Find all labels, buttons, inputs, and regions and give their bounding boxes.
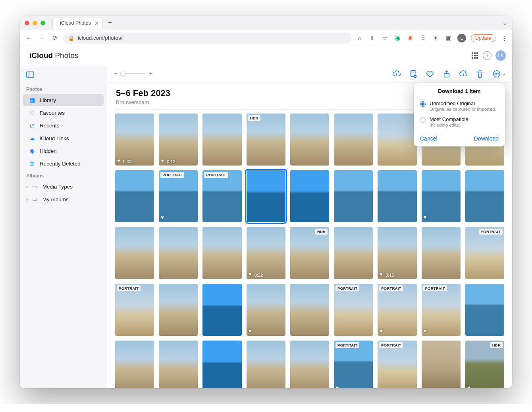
photo-thumbnail[interactable]: ♥0:15 <box>378 227 416 279</box>
photo-thumbnail[interactable]: PORTRAIT <box>465 227 504 279</box>
heart-icon: ♥ <box>161 214 164 220</box>
photo-thumbnail[interactable]: ♥ <box>247 284 285 336</box>
photo-thumbnail[interactable]: HDR <box>247 114 285 166</box>
search-icon[interactable]: ⌕ <box>356 34 364 42</box>
photo-thumbnail[interactable]: PORTRAIT <box>202 170 241 222</box>
photo-thumbnail[interactable]: ♥0:12 <box>159 114 198 166</box>
photo-thumbnail[interactable] <box>422 227 461 279</box>
photo-thumbnail[interactable] <box>334 227 373 279</box>
star-icon[interactable]: ☆ <box>381 34 389 42</box>
update-button[interactable]: Update <box>471 34 495 42</box>
share-icon[interactable]: ⇧ <box>368 34 376 42</box>
photo-thumbnail[interactable] <box>202 227 241 279</box>
photo-thumbnail[interactable]: PORTRAIT <box>378 341 416 388</box>
photo-thumbnail[interactable] <box>422 341 461 388</box>
photo-thumbnail[interactable] <box>334 114 373 166</box>
photo-thumbnail[interactable]: PORTRAIT♥ <box>378 284 416 336</box>
photo-thumbnail[interactable]: HDR <box>290 227 329 279</box>
photo-thumbnail[interactable] <box>115 170 154 222</box>
profile-avatar[interactable]: L <box>457 34 466 42</box>
photo-thumbnail[interactable] <box>378 114 416 166</box>
extension-icon[interactable]: ✺ <box>407 34 414 42</box>
share-icon[interactable] <box>442 69 451 78</box>
sidebar-item-media-types[interactable]: ▭ Media Types <box>23 181 104 193</box>
user-avatar[interactable]: LB <box>495 50 506 61</box>
sidebar-item-my-albums[interactable]: ▭ My Albums <box>23 193 104 205</box>
sidebar-toggle-icon[interactable] <box>24 69 37 80</box>
translate-icon[interactable]: ⠿ <box>419 34 427 42</box>
sidebar-item-library[interactable]: ▦ Library <box>23 94 104 106</box>
photo-thumbnail[interactable] <box>290 341 329 388</box>
photo-thumbnail[interactable] <box>465 170 504 222</box>
sidebar-item-recently-deleted[interactable]: 🗑 Recently Deleted <box>23 158 104 169</box>
more-menu[interactable]: ⌄ <box>492 69 506 78</box>
photo-thumbnail[interactable] <box>202 114 241 166</box>
browser-tab[interactable]: iCloud Photos ✕ <box>52 17 102 29</box>
fullscreen-window-button[interactable] <box>40 21 45 25</box>
minimize-window-button[interactable] <box>33 21 37 25</box>
browser-toolbar: ← → ⟳ 🔒 icloud.com/photos/ ⌕ ⇧ ☆ ◉ ✺ ⠿ ✦… <box>20 30 512 46</box>
heart-icon: ♥ <box>424 214 427 220</box>
photo-thumbnail[interactable]: PORTRAIT <box>115 284 154 336</box>
favourite-icon[interactable] <box>426 69 434 78</box>
download-button[interactable]: Download <box>474 135 499 142</box>
slider-knob[interactable] <box>120 71 126 76</box>
photo-thumbnail[interactable]: PORTRAIT♥ <box>334 341 373 388</box>
photo-thumbnail[interactable]: PORTRAIT♥ <box>422 284 461 336</box>
photo-thumbnail[interactable]: ♥ <box>422 170 461 222</box>
photo-thumbnail[interactable] <box>378 170 416 222</box>
download-popover: Download 1 Item Unmodified Original Orig… <box>414 83 505 146</box>
download-cloud-icon[interactable] <box>459 69 468 78</box>
photo-thumbnail[interactable] <box>290 284 329 336</box>
sidebar-item-favourites[interactable]: ♡ Favourites <box>23 107 104 119</box>
address-bar[interactable]: 🔒 icloud.com/photos/ <box>63 33 352 44</box>
forward-button[interactable]: → <box>37 33 47 43</box>
photo-thumbnail[interactable] <box>202 284 241 336</box>
photo-thumbnail[interactable] <box>290 114 329 166</box>
sidepanel-icon[interactable]: ▣ <box>445 34 453 42</box>
option-unmodified-original[interactable]: Unmodified Original Original as captured… <box>414 98 505 114</box>
add-to-album-icon[interactable] <box>409 69 418 78</box>
zoom-out-icon[interactable]: − <box>114 70 117 77</box>
slider-track[interactable] <box>120 73 146 74</box>
extension-icon[interactable]: ◉ <box>394 34 402 42</box>
photo-thumbnail[interactable] <box>247 341 285 388</box>
extensions-icon[interactable]: ✦ <box>432 34 440 42</box>
photo-thumbnail[interactable]: ♥0:22 <box>247 227 285 279</box>
photo-thumbnail[interactable] <box>247 170 285 222</box>
photo-thumbnail[interactable] <box>159 227 198 279</box>
reload-button[interactable]: ⟳ <box>51 33 59 43</box>
photo-thumbnail[interactable]: PORTRAIT <box>334 284 373 336</box>
upload-cloud-icon[interactable] <box>392 69 401 78</box>
photo-thumbnail[interactable] <box>159 284 198 336</box>
photo-thumbnail[interactable]: PORTRAIT♥ <box>159 170 198 222</box>
option-most-compatible[interactable]: Most Compatible Including edits. <box>414 114 505 130</box>
heart-icon: ♥ <box>161 158 164 164</box>
photo-thumbnail[interactable] <box>115 227 154 279</box>
trash-icon[interactable] <box>476 69 484 78</box>
add-button[interactable]: + <box>483 51 492 60</box>
photo-thumbnail[interactable] <box>465 284 504 336</box>
app-launcher-icon[interactable] <box>471 52 479 60</box>
photo-thumbnail[interactable]: HDR♥ <box>465 341 504 388</box>
app-brand[interactable]: iCloud Photos <box>26 51 79 60</box>
cancel-button[interactable]: Cancel <box>420 135 438 142</box>
new-tab-button[interactable]: + <box>106 19 115 27</box>
heart-icon: ♥ <box>424 328 427 334</box>
photo-thumbnail[interactable] <box>115 341 154 388</box>
close-tab-icon[interactable]: ✕ <box>94 20 99 26</box>
zoom-slider[interactable]: − + <box>114 70 153 77</box>
sidebar-item-icloud-links[interactable]: ☁ iCloud Links <box>23 132 104 144</box>
photo-thumbnail[interactable] <box>202 341 241 388</box>
back-button[interactable]: ← <box>24 33 33 43</box>
photo-thumbnail[interactable] <box>290 170 329 222</box>
kebab-menu-icon[interactable]: ⋮ <box>500 34 508 42</box>
photo-thumbnail[interactable] <box>334 170 373 222</box>
sidebar-item-recents[interactable]: ◷ Recents <box>23 119 104 131</box>
photo-thumbnail[interactable] <box>159 341 198 388</box>
sidebar-item-hidden[interactable]: ◉ Hidden <box>23 145 104 157</box>
photo-thumbnail[interactable]: ♥0:03 <box>115 114 154 166</box>
chevron-down-icon[interactable]: ⌄ <box>502 19 507 27</box>
zoom-in-icon[interactable]: + <box>149 70 152 77</box>
close-window-button[interactable] <box>25 21 29 25</box>
